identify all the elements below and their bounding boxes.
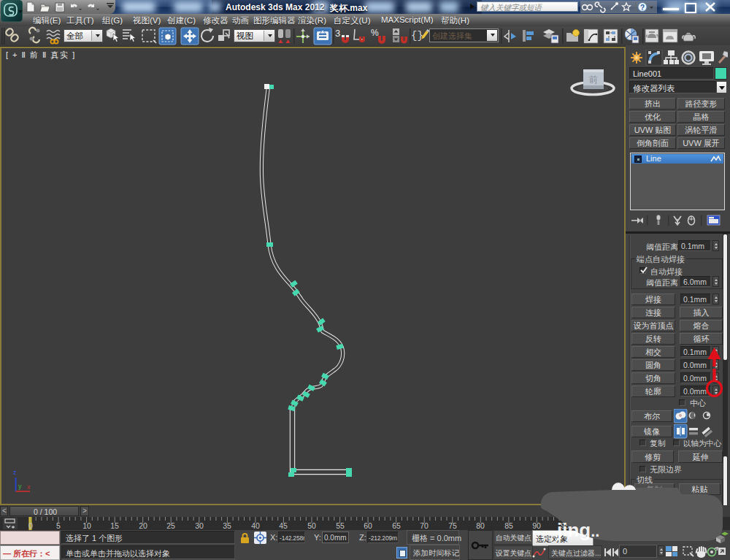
svg-text:z: z (13, 469, 17, 476)
svg-text:{}: {} (411, 30, 423, 42)
svg-text:y: y (18, 483, 22, 490)
svg-text:3: 3 (335, 28, 340, 39)
svg-text:x: x (27, 483, 31, 491)
svg-text:%: % (371, 28, 379, 38)
svg-text:前: 前 (589, 74, 598, 85)
svg-text:?: ? (640, 4, 645, 12)
